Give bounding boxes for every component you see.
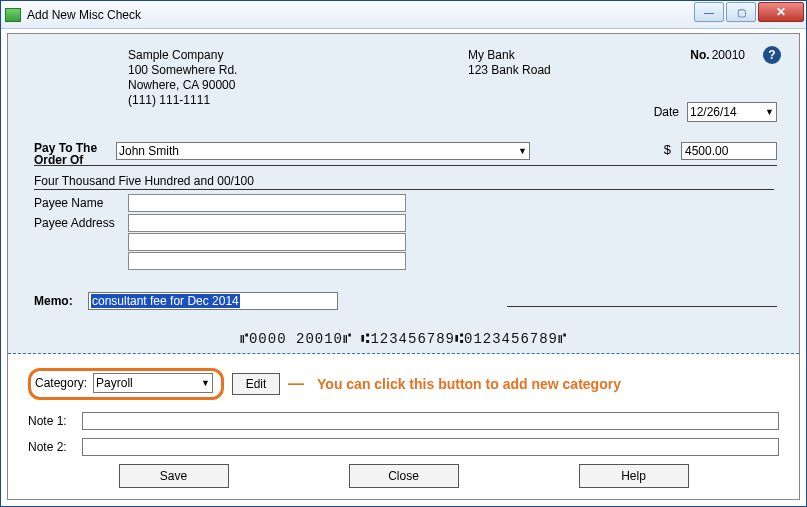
- check-number-value: 20010: [712, 48, 745, 62]
- close-button[interactable]: Close: [349, 464, 459, 488]
- help-icon[interactable]: ?: [763, 46, 781, 64]
- payee-select[interactable]: John Smith ▼: [116, 142, 530, 160]
- memo-label: Memo:: [34, 294, 88, 308]
- note1-row: Note 1:: [28, 412, 779, 430]
- micr-line: ⑈0000 20010⑈ ⑆123456789⑆0123456789⑈: [8, 331, 799, 347]
- edit-category-button[interactable]: Edit: [232, 373, 280, 395]
- chevron-down-icon: ▼: [201, 378, 210, 388]
- payee-address-label: Payee Address: [34, 214, 128, 271]
- save-button[interactable]: Save: [119, 464, 229, 488]
- memo-input[interactable]: consultant fee for Dec 2014: [88, 292, 338, 310]
- date-value: 12/26/14: [690, 105, 737, 119]
- category-value: Payroll: [96, 376, 133, 390]
- memo-value: consultant fee for Dec 2014: [91, 294, 240, 308]
- title-bar: Add New Misc Check — ▢ ✕: [1, 1, 806, 29]
- company-street: 100 Somewhere Rd.: [128, 63, 237, 78]
- company-address-block: Sample Company 100 Somewhere Rd. Nowhere…: [128, 48, 237, 108]
- bank-street: 123 Bank Road: [468, 63, 551, 78]
- date-label: Date: [654, 105, 679, 119]
- app-icon: [5, 8, 21, 22]
- currency-symbol: $: [664, 142, 671, 157]
- content-frame: Sample Company 100 Somewhere Rd. Nowhere…: [7, 33, 800, 500]
- category-select[interactable]: Payroll ▼: [93, 373, 213, 393]
- payee-selected-value: John Smith: [119, 144, 179, 158]
- check-number-label: No.: [690, 48, 709, 62]
- note1-input[interactable]: [82, 412, 779, 430]
- payee-address-line3[interactable]: [128, 252, 406, 270]
- payee-info-grid: Payee Name Payee Address: [34, 194, 406, 271]
- help-button[interactable]: Help: [579, 464, 689, 488]
- amount-words: Four Thousand Five Hundred and 00/100: [34, 174, 774, 190]
- chevron-down-icon: ▼: [518, 146, 527, 156]
- window-title: Add New Misc Check: [27, 8, 141, 22]
- company-citystate: Nowhere, CA 90000: [128, 78, 237, 93]
- date-row: Date 12/26/14 ▼: [654, 102, 777, 122]
- category-label: Category:: [35, 376, 87, 390]
- note1-label: Note 1:: [28, 414, 74, 428]
- note2-row: Note 2:: [28, 438, 779, 456]
- bank-address-block: My Bank 123 Bank Road: [468, 48, 551, 78]
- action-buttons: Save Close Help: [28, 464, 779, 488]
- close-window-button[interactable]: ✕: [758, 2, 804, 22]
- date-picker[interactable]: 12/26/14 ▼: [687, 102, 777, 122]
- payee-address-line1[interactable]: [128, 214, 406, 232]
- category-row: Category: Payroll ▼ Edit — You can click…: [28, 368, 779, 400]
- payee-name-input[interactable]: [128, 194, 406, 212]
- chevron-down-icon: ▼: [765, 107, 774, 117]
- note2-input[interactable]: [82, 438, 779, 456]
- memo-row: Memo: consultant fee for Dec 2014: [34, 292, 338, 310]
- pay-to-label: Pay To The Order Of: [34, 142, 116, 166]
- payee-name-label: Payee Name: [34, 194, 128, 213]
- maximize-button[interactable]: ▢: [726, 2, 756, 22]
- bank-name: My Bank: [468, 48, 551, 63]
- category-highlight-annotation: Category: Payroll ▼: [28, 368, 224, 400]
- annotation-text: You can click this button to add new cat…: [317, 376, 621, 392]
- minimize-button[interactable]: —: [694, 2, 724, 22]
- check-panel: Sample Company 100 Somewhere Rd. Nowhere…: [8, 34, 799, 354]
- amount-input[interactable]: [681, 142, 777, 160]
- note2-label: Note 2:: [28, 440, 74, 454]
- payee-address-line2[interactable]: [128, 233, 406, 251]
- company-name: Sample Company: [128, 48, 237, 63]
- lower-panel: Category: Payroll ▼ Edit — You can click…: [8, 354, 799, 496]
- company-phone: (111) 111-1111: [128, 93, 237, 108]
- pay-to-row: Pay To The Order Of John Smith ▼ $: [34, 142, 777, 166]
- annotation-arrow: —: [288, 375, 303, 393]
- pay-to-underline: [34, 165, 777, 166]
- app-window: Add New Misc Check — ▢ ✕ Sample Company …: [0, 0, 807, 507]
- signature-line: [507, 306, 777, 307]
- check-number: No.20010: [690, 48, 745, 62]
- window-controls: — ▢ ✕: [692, 2, 804, 22]
